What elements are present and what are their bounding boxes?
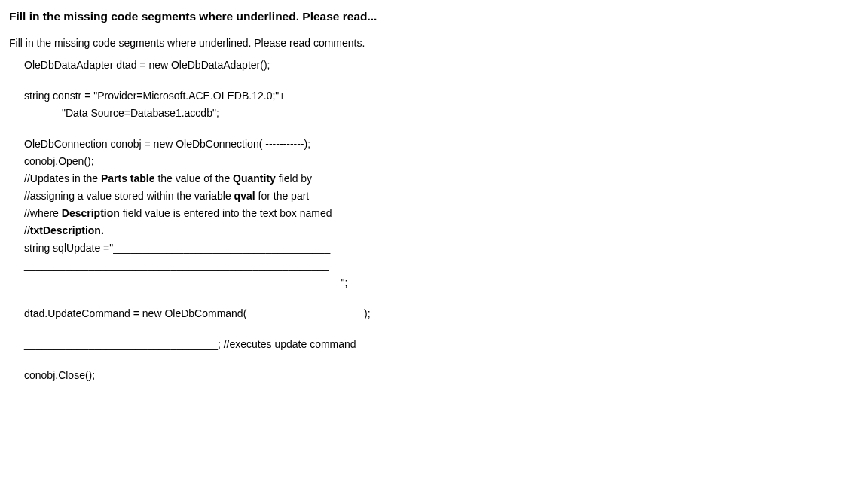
code-line: OleDbConnection conobj = new OleDbConnec… <box>24 136 859 152</box>
code-line: conobj.Close(); <box>24 368 859 383</box>
code-line: _________________________________; //exe… <box>24 337 859 352</box>
code-line: ________________________________________… <box>24 275 859 291</box>
code-line: conobj.Open(); <box>24 154 859 169</box>
subtitle-text: Fill in the missing code segments where … <box>9 35 859 51</box>
code-line: string sqlUpdate ="_____________________… <box>24 240 859 256</box>
code-block: OleDbDataAdapter dtad = new OleDbDataAda… <box>9 57 859 383</box>
code-comment: //txtDescription. <box>24 223 859 239</box>
code-line: string constr = "Provider=Microsoft.ACE.… <box>24 88 859 104</box>
page-title: Fill in the missing code segments where … <box>9 8 859 25</box>
code-comment: //where Description field value is enter… <box>24 206 859 221</box>
code-line: ________________________________________… <box>24 258 859 273</box>
code-line: dtad.UpdateCommand = new OleDbCommand(__… <box>24 306 859 322</box>
code-line: OleDbDataAdapter dtad = new OleDbDataAda… <box>24 57 859 73</box>
code-comment: //Updates in the Parts table the value o… <box>24 171 859 187</box>
code-comment: //assigning a value stored within the va… <box>24 188 859 204</box>
code-line: "Data Source=Database1.accdb"; <box>24 105 859 121</box>
